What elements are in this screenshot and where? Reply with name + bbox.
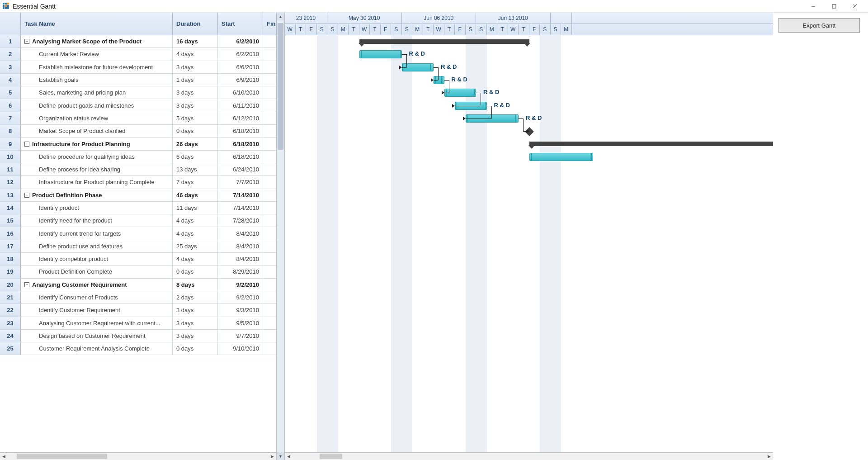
table-row[interactable]: 17 Define product use and features 25 da… xyxy=(0,240,276,253)
task-name-cell[interactable]: Customer Requirement Analysis Complete xyxy=(21,342,173,355)
start-cell[interactable]: 7/7/2010 xyxy=(218,176,263,188)
duration-cell[interactable]: 16 days xyxy=(173,35,218,47)
task-name-cell[interactable]: Define process for idea sharing xyxy=(21,163,173,175)
task-name-cell[interactable]: Identify need for the product xyxy=(21,214,173,227)
duration-cell[interactable]: 3 days xyxy=(173,61,218,73)
table-row[interactable]: 19 Product Definition Complete 0 days 8/… xyxy=(0,266,276,278)
start-cell[interactable]: 6/18/2010 xyxy=(218,125,263,137)
duration-cell[interactable]: 6 days xyxy=(173,151,218,163)
table-row[interactable]: 9 − Infrastructure for Product Planning … xyxy=(0,138,276,150)
table-row[interactable]: 11 Define process for idea sharing 13 da… xyxy=(0,163,276,176)
scroll-up-icon[interactable]: ▲ xyxy=(277,13,284,20)
duration-cell[interactable]: 4 days xyxy=(173,214,218,227)
duration-cell[interactable]: 25 days xyxy=(173,240,218,252)
col-start[interactable]: Start xyxy=(218,13,263,35)
task-name-cell[interactable]: Organization status review xyxy=(21,112,173,124)
finish-cell[interactable] xyxy=(263,48,276,60)
start-cell[interactable]: 9/2/2010 xyxy=(218,291,263,304)
table-row[interactable]: 21 Identify Consumer of Products 2 days … xyxy=(0,291,276,304)
scroll-left-icon[interactable]: ◀ xyxy=(285,453,292,460)
start-cell[interactable]: 6/12/2010 xyxy=(218,112,263,124)
task-name-cell[interactable]: Identify product xyxy=(21,202,173,214)
finish-cell[interactable] xyxy=(263,342,276,355)
collapse-icon[interactable]: − xyxy=(24,39,29,44)
table-row[interactable]: 2 Current Market Review 4 days 6/2/2010 xyxy=(0,48,276,61)
task-name-cell[interactable]: Analysing Customer Requiremet with curre… xyxy=(21,317,173,329)
start-cell[interactable]: 9/2/2010 xyxy=(218,279,263,291)
gantt-chart-area[interactable]: R & DR & DR & DR & DR & DR & D xyxy=(285,35,773,452)
collapse-icon[interactable]: − xyxy=(24,193,29,198)
start-cell[interactable]: 6/11/2010 xyxy=(218,99,263,111)
scroll-down-icon[interactable]: ▼ xyxy=(277,452,284,460)
finish-cell[interactable] xyxy=(263,125,276,137)
finish-cell[interactable] xyxy=(263,112,276,124)
start-cell[interactable]: 9/10/2010 xyxy=(218,342,263,355)
finish-cell[interactable] xyxy=(263,214,276,227)
summary-bar[interactable] xyxy=(359,39,529,44)
table-row[interactable]: 22 Identify Customer Requirement 3 days … xyxy=(0,304,276,317)
close-button[interactable] xyxy=(844,0,865,13)
table-row[interactable]: 18 Identify competitor product 4 days 8/… xyxy=(0,253,276,266)
table-row[interactable]: 6 Define product goals and milestones 3 … xyxy=(0,99,276,112)
table-row[interactable]: 4 Establish goals 1 days 6/9/2010 xyxy=(0,74,276,86)
table-row[interactable]: 15 Identify need for the product 4 days … xyxy=(0,214,276,227)
task-name-cell[interactable]: Identify Consumer of Products xyxy=(21,291,173,304)
task-name-cell[interactable]: − Analysing Market Scope of the Product xyxy=(21,35,173,47)
task-name-cell[interactable]: Identify Customer Requirement xyxy=(21,304,173,316)
table-row[interactable]: 10 Define procedure for qualifying ideas… xyxy=(0,151,276,163)
task-name-cell[interactable]: Define procedure for qualifying ideas xyxy=(21,151,173,163)
finish-cell[interactable] xyxy=(263,240,276,252)
task-bar[interactable] xyxy=(529,153,593,161)
start-cell[interactable]: 9/7/2010 xyxy=(218,330,263,342)
start-cell[interactable]: 6/18/2010 xyxy=(218,138,263,150)
finish-cell[interactable] xyxy=(263,202,276,214)
table-row[interactable]: 13 − Product Definition Phase 46 days 7/… xyxy=(0,189,276,202)
task-name-cell[interactable]: Sales, marketing and pricing plan xyxy=(21,86,173,99)
task-name-cell[interactable]: Define product goals and milestones xyxy=(21,99,173,111)
finish-cell[interactable] xyxy=(263,227,276,239)
duration-cell[interactable]: 0 days xyxy=(173,266,218,278)
maximize-button[interactable] xyxy=(824,0,844,13)
table-row[interactable]: 20 − Analysing Customer Requirement 8 da… xyxy=(0,279,276,291)
duration-cell[interactable]: 4 days xyxy=(173,48,218,60)
duration-cell[interactable]: 26 days xyxy=(173,138,218,150)
finish-cell[interactable] xyxy=(263,61,276,73)
vscroll-thumb[interactable] xyxy=(278,23,283,150)
table-row[interactable]: 3 Establish mislestone for future develo… xyxy=(0,61,276,74)
finish-cell[interactable] xyxy=(263,138,276,150)
summary-bar[interactable] xyxy=(529,142,774,146)
duration-cell[interactable]: 3 days xyxy=(173,317,218,329)
scroll-right-icon[interactable]: ▶ xyxy=(269,453,276,460)
duration-cell[interactable]: 4 days xyxy=(173,227,218,239)
task-name-cell[interactable]: Current Market Review xyxy=(21,48,173,60)
export-gantt-button[interactable]: Export Gantt xyxy=(778,18,860,33)
table-row[interactable]: 7 Organization status review 5 days 6/12… xyxy=(0,112,276,125)
finish-cell[interactable] xyxy=(263,176,276,188)
start-cell[interactable]: 9/3/2010 xyxy=(218,304,263,316)
table-row[interactable]: 1 − Analysing Market Scope of the Produc… xyxy=(0,35,276,48)
duration-cell[interactable]: 7 days xyxy=(173,176,218,188)
duration-cell[interactable]: 3 days xyxy=(173,304,218,316)
scroll-thumb[interactable] xyxy=(17,454,107,459)
finish-cell[interactable] xyxy=(263,189,276,201)
finish-cell[interactable] xyxy=(263,330,276,342)
col-task[interactable]: Task Name xyxy=(21,13,173,35)
table-row[interactable]: 24 Design based on Customer Requirement … xyxy=(0,330,276,342)
start-cell[interactable]: 8/4/2010 xyxy=(218,253,263,265)
scroll-thumb[interactable] xyxy=(320,454,342,459)
start-cell[interactable]: 6/24/2010 xyxy=(218,163,263,175)
task-name-cell[interactable]: Market Scope of Product clarified xyxy=(21,125,173,137)
task-name-cell[interactable]: Identify competitor product xyxy=(21,253,173,265)
start-cell[interactable]: 7/14/2010 xyxy=(218,189,263,201)
finish-cell[interactable] xyxy=(263,151,276,163)
finish-cell[interactable] xyxy=(263,304,276,316)
task-name-cell[interactable]: Design based on Customer Requirement xyxy=(21,330,173,342)
col-duration[interactable]: Duration xyxy=(173,13,218,35)
duration-cell[interactable]: 0 days xyxy=(173,125,218,137)
finish-cell[interactable] xyxy=(263,163,276,175)
table-row[interactable]: 14 Identify product 11 days 7/14/2010 xyxy=(0,202,276,214)
task-name-cell[interactable]: Product Definition Complete xyxy=(21,266,173,278)
duration-cell[interactable]: 11 days xyxy=(173,202,218,214)
task-name-cell[interactable]: Define product use and features xyxy=(21,240,173,252)
duration-cell[interactable]: 5 days xyxy=(173,112,218,124)
